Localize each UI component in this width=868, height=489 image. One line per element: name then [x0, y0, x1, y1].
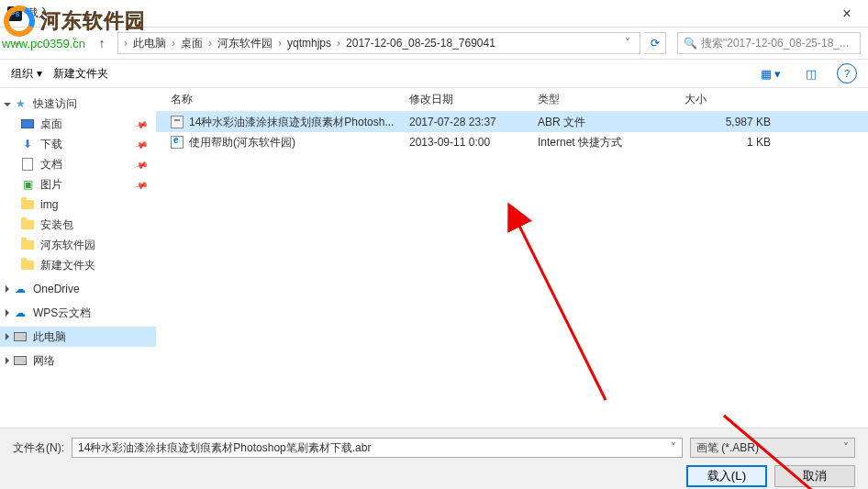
- breadcrumb-item[interactable]: 此电脑: [129, 36, 170, 51]
- breadcrumb[interactable]: › 此电脑 › 桌面 › 河东软件园 › yqtmhjps › 2017-12-…: [117, 32, 640, 54]
- up-button[interactable]: ↑: [90, 31, 114, 55]
- cancel-button[interactable]: 取消: [774, 465, 855, 487]
- chevron-down-icon: ▾: [37, 67, 42, 80]
- search-input[interactable]: 🔍 搜索"2017-12-06_08-25-18_...: [677, 32, 861, 54]
- search-placeholder: 搜索"2017-12-06_08-25-18_...: [701, 36, 849, 51]
- pin-icon: 📌: [134, 117, 149, 131]
- toolbar: 组织 ▾ 新建文件夹 ▦ ▾ ◫ ?: [0, 59, 868, 88]
- cloud-icon: ☁: [13, 306, 28, 320]
- chevron-right-icon: ›: [124, 37, 128, 50]
- url-file-icon: [171, 136, 184, 149]
- chevron-down-icon[interactable]: ˅: [671, 441, 676, 454]
- folder-icon: [21, 261, 34, 270]
- sidebar-item-label: 图片: [40, 177, 62, 193]
- sidebar-network[interactable]: 网络: [0, 350, 156, 371]
- window-title: 载入: [28, 6, 833, 21]
- sidebar-item-label: 下载: [40, 137, 62, 152]
- desktop-icon: [21, 119, 34, 128]
- annotation-arrow: [514, 217, 624, 412]
- preview-pane-button[interactable]: ◫: [796, 63, 826, 83]
- folder-icon: [21, 240, 34, 250]
- back-button[interactable]: ←: [7, 31, 31, 55]
- chevron-right-icon: ›: [208, 37, 212, 50]
- file-type: ABR 文件: [532, 115, 679, 130]
- abr-file-icon: [171, 116, 184, 128]
- file-type: Internet 快捷方式: [532, 135, 679, 150]
- col-name[interactable]: 名称: [165, 92, 404, 107]
- breadcrumb-item[interactable]: 河东软件园: [214, 36, 276, 51]
- breadcrumb-item[interactable]: 2017-12-06_08-25-18_769041: [342, 37, 499, 50]
- recent-dropdown[interactable]: ˅: [62, 31, 86, 55]
- file-size: 5,987 KB: [679, 116, 789, 128]
- file-size: 1 KB: [679, 136, 789, 149]
- close-button[interactable]: ×: [833, 0, 861, 28]
- star-icon: ★: [13, 96, 28, 111]
- sidebar-item-label: 快速访问: [33, 96, 77, 112]
- folder-icon: [21, 220, 34, 229]
- chevron-down-icon: ˅: [843, 441, 849, 454]
- sidebar-item-documents[interactable]: 文档📌: [0, 154, 156, 174]
- sidebar-wps-cloud[interactable]: ☁WPS云文档: [0, 303, 156, 323]
- forward-button: →: [35, 31, 59, 55]
- picture-icon: ▣: [20, 177, 35, 192]
- sidebar-onedrive[interactable]: ☁OneDrive: [0, 279, 156, 299]
- help-button[interactable]: ?: [837, 63, 857, 83]
- col-type[interactable]: 类型: [532, 92, 679, 107]
- breadcrumb-item[interactable]: 桌面: [177, 36, 206, 51]
- col-date[interactable]: 修改日期: [404, 92, 532, 107]
- svg-line-0: [517, 222, 606, 400]
- sidebar-item-label: WPS云文档: [33, 306, 91, 321]
- file-row[interactable]: 14种水彩油漆涂抹痕迹划痕素材Photosh... 2017-07-28 23:…: [156, 112, 868, 132]
- open-label: 载入(L): [707, 468, 746, 484]
- app-icon: Ps: [7, 6, 22, 21]
- filename-input[interactable]: 14种水彩油漆涂抹痕迹划痕素材Photoshop笔刷素材下载.abr ˅: [72, 438, 683, 458]
- sidebar-item-label: 文档: [40, 157, 62, 172]
- search-icon: 🔍: [684, 37, 697, 50]
- file-name: 使用帮助(河东软件园): [189, 135, 295, 150]
- pin-icon: 📌: [134, 177, 149, 192]
- cloud-icon: ☁: [13, 282, 28, 296]
- filter-value: 画笔 (*.ABR): [696, 440, 759, 456]
- cancel-label: 取消: [803, 468, 827, 484]
- sidebar: ★ 快速访问 桌面📌 ⬇下载📌 文档📌 ▣图片📌 img 安装包 河东软件园 新…: [0, 88, 156, 428]
- sidebar-item-label: 河东软件园: [40, 238, 95, 253]
- document-icon: [22, 158, 33, 171]
- file-list: 名称 修改日期 类型 大小 14种水彩油漆涂抹痕迹划痕素材Photosh... …: [156, 88, 868, 428]
- sidebar-item-folder[interactable]: 安装包: [0, 215, 156, 235]
- chevron-right-icon: ›: [337, 37, 340, 50]
- sidebar-item-folder[interactable]: img: [0, 194, 156, 215]
- new-folder-label: 新建文件夹: [53, 66, 108, 82]
- nav-bar: ← → ˅ ↑ › 此电脑 › 桌面 › 河东软件园 › yqtmhjps › …: [0, 28, 868, 59]
- file-name: 14种水彩油漆涂抹痕迹划痕素材Photosh...: [189, 115, 394, 130]
- sidebar-item-label: 网络: [33, 353, 55, 369]
- network-icon: [14, 356, 27, 365]
- file-row[interactable]: 使用帮助(河东软件园) 2013-09-11 0:00 Internet 快捷方…: [156, 132, 868, 152]
- column-headers[interactable]: 名称 修改日期 类型 大小: [156, 88, 868, 112]
- sidebar-quick-access[interactable]: ★ 快速访问: [0, 94, 156, 114]
- sidebar-item-label: 此电脑: [33, 329, 66, 345]
- refresh-button[interactable]: ⟳: [644, 32, 666, 54]
- sidebar-item-label: 桌面: [40, 117, 62, 132]
- titlebar: Ps 载入 ×: [0, 0, 868, 28]
- organize-button[interactable]: 组织 ▾: [11, 66, 42, 82]
- organize-label: 组织: [11, 66, 33, 82]
- col-size[interactable]: 大小: [679, 92, 789, 107]
- sidebar-item-pictures[interactable]: ▣图片📌: [0, 174, 156, 194]
- sidebar-item-downloads[interactable]: ⬇下载📌: [0, 134, 156, 154]
- breadcrumb-dropdown[interactable]: ˅: [621, 37, 634, 50]
- sidebar-item-desktop[interactable]: 桌面📌: [0, 114, 156, 134]
- filter-dropdown[interactable]: 画笔 (*.ABR) ˅: [690, 438, 855, 458]
- open-button[interactable]: 载入(L): [686, 465, 767, 487]
- pc-icon: [14, 332, 27, 341]
- sidebar-this-pc[interactable]: 此电脑: [0, 327, 156, 347]
- sidebar-item-label: 新建文件夹: [40, 258, 95, 273]
- breadcrumb-item[interactable]: yqtmhjps: [284, 37, 335, 50]
- new-folder-button[interactable]: 新建文件夹: [53, 66, 108, 82]
- view-mode-button[interactable]: ▦ ▾: [756, 63, 785, 83]
- filename-label: 文件名(N):: [13, 440, 64, 456]
- sidebar-item-folder[interactable]: 新建文件夹: [0, 255, 156, 275]
- sidebar-item-label: img: [40, 198, 58, 211]
- folder-icon: [21, 200, 34, 209]
- sidebar-item-folder[interactable]: 河东软件园: [0, 235, 156, 255]
- file-date: 2013-09-11 0:00: [404, 136, 532, 149]
